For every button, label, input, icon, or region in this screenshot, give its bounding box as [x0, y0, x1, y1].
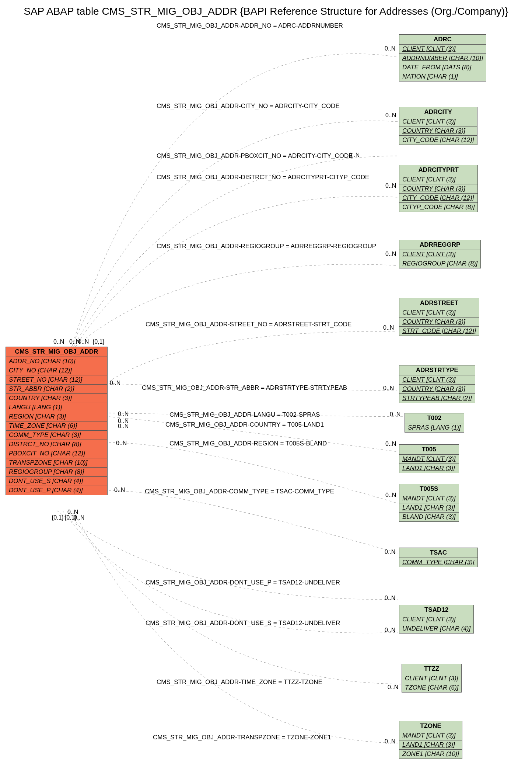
ref-field: CLIENT [CLNT (3)]: [399, 250, 480, 259]
ref-entity-TTZZ: TTZZ CLIENT [CLNT (3)] TZONE [CHAR (6)]: [402, 664, 462, 693]
ref-field: MANDT [CLNT (3)]: [399, 455, 459, 464]
ref-name: TSAC: [399, 548, 477, 558]
ref-entity-ADRSTREET: ADRSTREET CLIENT [CLNT (3)] COUNTRY [CHA…: [399, 298, 479, 336]
card-left: {0,1}: [92, 339, 105, 345]
rel-label: CMS_STR_MIG_OBJ_ADDR-ADDR_NO = ADRC-ADDR…: [157, 22, 343, 30]
ref-field: NATION [CHAR (1)]: [399, 72, 486, 81]
main-field: LANGU [LANG (1)]: [6, 403, 107, 412]
ref-field: COUNTRY [CHAR (3)]: [399, 317, 479, 327]
card-right: 0..N: [385, 441, 396, 447]
rel-label: CMS_STR_MIG_OBJ_ADDR-COMM_TYPE = TSAC-CO…: [145, 488, 334, 495]
ref-field: CITY_CODE [CHAR (12)]: [399, 136, 477, 145]
card-left: 0..N: [78, 339, 89, 345]
ref-field: CLIENT [CLNT (3)]: [399, 175, 477, 184]
ref-name: TTZZ: [402, 664, 461, 674]
rel-label: CMS_STR_MIG_OBJ_ADDR-REGION = T005S-BLAN…: [169, 440, 327, 447]
ref-field: ADDRNUMBER [CHAR (10)]: [399, 54, 486, 63]
ref-entity-TZONE: TZONE MANDT [CLNT (3)] LAND1 [CHAR (3)] …: [399, 721, 462, 759]
ref-field: STRTYPEAB [CHAR (2)]: [399, 394, 475, 403]
rel-label: CMS_STR_MIG_OBJ_ADDR-STR_ABBR = ADRSTRTY…: [142, 384, 347, 392]
ref-entity-ADRCITYPRT: ADRCITYPRT CLIENT [CLNT (3)] COUNTRY [CH…: [399, 165, 478, 212]
ref-field: LAND1 [CHAR (3)]: [399, 503, 459, 513]
card-right: 0..N: [390, 411, 400, 418]
card-right: 0..N: [385, 183, 396, 189]
ref-name: ADRCITY: [399, 107, 477, 117]
rel-label: CMS_STR_MIG_OBJ_ADDR-LANGU = T002-SPRAS: [169, 411, 320, 419]
ref-field: CLIENT [CLNT (3)]: [399, 45, 486, 54]
main-field: REGION [CHAR (3)]: [6, 412, 107, 421]
card-left: 0..N: [67, 509, 78, 516]
main-field: CITY_NO [CHAR (12)]: [6, 366, 107, 375]
ref-field: SPRAS [LANG (1)]: [405, 423, 464, 432]
card-right: 0..N: [385, 595, 395, 601]
card-left: 0..N: [118, 423, 129, 430]
card-right: 0..N: [383, 385, 394, 392]
ref-field: STRT_CODE [CHAR (12)]: [399, 327, 479, 336]
ref-name: ADRSTREET: [399, 298, 479, 308]
ref-entity-T005: T005 MANDT [CLNT (3)] LAND1 [CHAR (3)]: [399, 444, 459, 473]
card-right: 0..N: [388, 684, 398, 691]
rel-label: CMS_STR_MIG_OBJ_ADDR-DONT_USE_S = TSAD12…: [146, 620, 340, 627]
main-field: COMM_TYPE [CHAR (3)]: [6, 431, 107, 440]
card-left: 0..N: [116, 440, 127, 447]
ref-field: COMM_TYPE [CHAR (3)]: [399, 558, 477, 567]
rel-label: CMS_STR_MIG_OBJ_ADDR-TRANSPZONE = TZONE-…: [153, 734, 331, 741]
ref-entity-T005S: T005S MANDT [CLNT (3)] LAND1 [CHAR (3)] …: [399, 484, 459, 522]
ref-field: COUNTRY [CHAR (3)]: [399, 126, 477, 136]
ref-field: BLAND [CHAR (3)]: [399, 513, 459, 521]
card-left: 0..N: [114, 487, 125, 493]
ref-field: CLIENT [CLNT (3)]: [399, 308, 479, 317]
ref-field: COUNTRY [CHAR (3)]: [399, 385, 475, 394]
ref-entity-ADRSTRTYPE: ADRSTRTYPE CLIENT [CLNT (3)] COUNTRY [CH…: [399, 365, 475, 403]
ref-name: TZONE: [399, 721, 462, 731]
card-right: 0..N: [385, 492, 396, 499]
ref-name: ADRSTRTYPE: [399, 365, 475, 375]
main-field: DONT_USE_P [CHAR (4)]: [6, 486, 107, 495]
card-left: 0..N: [53, 339, 64, 345]
ref-field: UNDELIVER [CHAR (4)]: [399, 624, 473, 633]
ref-field: ZONE1 [CHAR (10)]: [399, 750, 462, 759]
ref-entity-ADRREGGRP: ADRREGGRP CLIENT [CLNT (3)] REGIOGROUP […: [399, 240, 481, 268]
rel-label: CMS_STR_MIG_OBJ_ADDR-TIME_ZONE = TTZZ-TZ…: [157, 678, 322, 686]
ref-entity-T002: T002 SPRAS [LANG (1)]: [405, 413, 464, 433]
ref-name: T005: [399, 445, 459, 455]
ref-name: ADRCITYPRT: [399, 165, 477, 175]
rel-label: CMS_STR_MIG_OBJ_ADDR-DISTRCT_NO = ADRCIT…: [157, 174, 369, 181]
rel-label: CMS_STR_MIG_OBJ_ADDR-DONT_USE_P = TSAD12…: [146, 579, 340, 586]
ref-field: CLIENT [CLNT (3)]: [402, 674, 461, 683]
rel-label: CMS_STR_MIG_OBJ_ADDR-CITY_NO = ADRCITY-C…: [157, 103, 340, 110]
card-right: 0..N: [385, 45, 395, 52]
ref-field: LAND1 [CHAR (3)]: [399, 740, 462, 750]
card-left: 0..N: [110, 380, 120, 386]
main-field: TIME_ZONE [CHAR (6)]: [6, 421, 107, 431]
main-field: COUNTRY [CHAR (3)]: [6, 394, 107, 403]
ref-field: CITY_CODE [CHAR (12)]: [399, 194, 477, 203]
main-field: STR_ABBR [CHAR (2)]: [6, 385, 107, 394]
card-right: 0..N: [385, 738, 395, 745]
ref-name: TSAD12: [399, 605, 473, 615]
card-left: {0,1}: [52, 514, 64, 521]
ref-field: MANDT [CLNT (3)]: [399, 731, 462, 740]
ref-entity-ADRCITY: ADRCITY CLIENT [CLNT (3)] COUNTRY [CHAR …: [399, 107, 477, 145]
card-right: 0..N: [385, 549, 395, 555]
main-field: TRANSPZONE [CHAR (10)]: [6, 458, 107, 468]
main-field: REGIOGROUP [CHAR (8)]: [6, 468, 107, 477]
main-entity-name: CMS_STR_MIG_OBJ_ADDR: [6, 347, 107, 357]
rel-label: CMS_STR_MIG_OBJ_ADDR-COUNTRY = T005-LAND…: [165, 421, 324, 428]
ref-field: REGIOGROUP [CHAR (8)]: [399, 259, 480, 268]
ref-field: MANDT [CLNT (3)]: [399, 494, 459, 503]
ref-field: LAND1 [CHAR (3)]: [399, 464, 459, 473]
ref-name: T002: [405, 413, 464, 423]
ref-entity-TSAC: TSAC COMM_TYPE [CHAR (3)]: [399, 548, 478, 567]
ref-name: ADRC: [399, 35, 486, 45]
ref-field: CITYP_CODE [CHAR (8)]: [399, 203, 477, 212]
card-right: 0..N: [383, 324, 394, 331]
card-left: 0..N: [118, 411, 129, 417]
main-entity: CMS_STR_MIG_OBJ_ADDR ADDR_NO [CHAR (10)]…: [6, 347, 108, 495]
ref-field: CLIENT [CLNT (3)]: [399, 375, 475, 385]
ref-field: CLIENT [CLNT (3)]: [399, 615, 473, 624]
card-right: 0..N: [385, 251, 396, 257]
main-field: STREET_NO [CHAR (12)]: [6, 375, 107, 385]
card-right: 0..N: [349, 152, 360, 159]
ref-field: COUNTRY [CHAR (3)]: [399, 184, 477, 194]
